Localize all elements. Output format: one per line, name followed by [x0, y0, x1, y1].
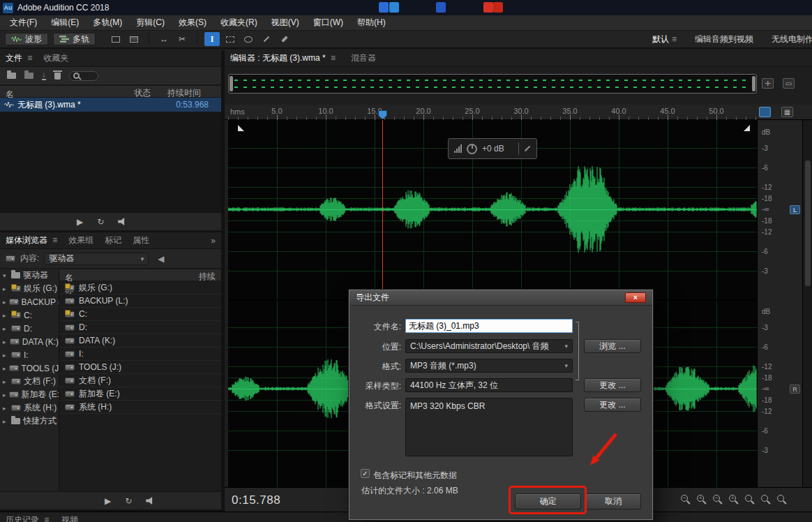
right-channel-badge[interactable]: R — [790, 385, 800, 394]
navigator-right-handle[interactable] — [752, 76, 755, 91]
gain-knob[interactable] — [467, 144, 477, 154]
menu-item-8[interactable]: 帮助(H) — [350, 15, 393, 31]
tab-markers[interactable]: 标记 — [105, 234, 121, 246]
drive-row[interactable]: I: — [59, 348, 221, 361]
tab-video[interactable]: 视频 — [61, 514, 78, 522]
drive-row[interactable]: 文档 (F:) — [59, 374, 221, 387]
pan-hand-icon[interactable]: ✛ — [762, 78, 774, 89]
metronome-icon[interactable] — [759, 107, 771, 117]
change-sample-type-button[interactable]: 更改 ... — [584, 378, 641, 392]
tab-properties[interactable]: 属性 — [133, 234, 149, 246]
loop-icon[interactable]: ↻ — [125, 496, 132, 506]
lasso-selection-tool-icon[interactable] — [241, 32, 256, 46]
zoom-time-in-icon[interactable]: + — [697, 495, 704, 502]
content-dropdown[interactable]: 驱动器 ▾ — [44, 253, 149, 265]
tab-media-browser[interactable]: 媒体浏览器 ≡ — [6, 234, 57, 246]
panel-menu-icon[interactable]: ≡ — [27, 53, 32, 63]
tree-shortcuts-row[interactable]: ▸快捷方式 — [0, 415, 59, 428]
monitor-icon[interactable]: ▦ — [781, 107, 793, 117]
back-arrow-icon[interactable]: ◀ — [158, 254, 164, 264]
search-input[interactable] — [69, 71, 98, 81]
import-file-icon[interactable]: ↓ — [42, 71, 46, 80]
menu-item-3[interactable]: 剪辑(C) — [129, 15, 172, 31]
location-dropdown[interactable]: C:\Users\Administrator\Desktop\ 音频 ▾ — [405, 339, 573, 353]
monitor-icon[interactable] — [108, 32, 123, 46]
timeline-ruler[interactable]: 5.010.015.020.025.030.035.040.045.050.0 … — [225, 105, 812, 120]
workspace-default[interactable]: 默认≡ — [652, 33, 677, 45]
zoom-amplitude-out-icon[interactable] — [745, 495, 752, 502]
menu-item-0[interactable]: 文件(F) — [3, 15, 44, 31]
tab-history[interactable]: 历史记录 ≡ — [6, 514, 49, 522]
navigator-left-handle[interactable] — [230, 76, 233, 91]
panel-menu-icon[interactable]: ≡ — [331, 53, 336, 63]
zoom-amplitude-out-icon[interactable] — [761, 495, 768, 502]
menu-item-1[interactable]: 编辑(E) — [44, 15, 86, 31]
waveform-view-button[interactable]: 波形 — [5, 33, 48, 45]
files-list-empty[interactable] — [0, 112, 221, 212]
tree-drive-row[interactable]: ▸C: — [0, 308, 59, 322]
left-channel-badge[interactable]: L — [790, 205, 800, 214]
drive-row[interactable]: BACKUP (L:) — [59, 294, 221, 308]
speaker-icon[interactable] — [146, 497, 155, 505]
drive-row[interactable]: 系统 (H:) — [59, 401, 221, 414]
tree-drive-row[interactable]: ▸娱乐 (G:) — [0, 282, 59, 295]
filename-input[interactable] — [405, 319, 573, 333]
menu-item-2[interactable]: 多轨(M) — [86, 15, 129, 31]
spectral-display-icon[interactable] — [126, 32, 142, 46]
tree-root-drives[interactable]: ▾驱动器 — [0, 269, 59, 282]
zoom-amplitude-in-icon[interactable]: + — [729, 495, 736, 502]
tree-drive-row[interactable]: ▸系统 (H:) — [0, 401, 59, 415]
trash-icon[interactable] — [54, 73, 61, 80]
drive-row[interactable]: DATA (K:) — [59, 334, 221, 348]
zoom-amplitude-out-icon[interactable]: − — [713, 495, 720, 502]
video-monitor-icon[interactable]: ▭ — [783, 78, 795, 89]
zoom-navigator[interactable] — [228, 74, 757, 94]
workspace-menu-icon[interactable]: ≡ — [672, 34, 677, 44]
tab-favorites[interactable]: 收藏夹 — [43, 52, 68, 64]
play-icon[interactable]: ▶ — [77, 217, 83, 227]
tab-effects-rack[interactable]: 效果组 — [68, 234, 93, 246]
vertical-scrollbar[interactable] — [802, 120, 812, 487]
dialog-titlebar[interactable]: 导出文件 × — [349, 290, 652, 306]
drive-row[interactable]: 新加卷 (E:) — [59, 387, 221, 401]
workspace-radio-production[interactable]: 无线电制作 — [772, 33, 812, 45]
format-dropdown[interactable]: MP3 音频 (*.mp3) ▾ — [405, 359, 573, 373]
slip-tool-icon[interactable]: ↔ — [156, 32, 172, 46]
razor-tool-icon[interactable]: ✂ — [174, 32, 190, 46]
tab-mixer[interactable]: 混音器 — [351, 52, 376, 64]
time-selection-tool-icon[interactable]: I — [204, 32, 220, 46]
drive-row[interactable]: D: — [59, 321, 221, 334]
tree-drive-row[interactable]: ▸BACKUP (L:) — [0, 295, 59, 308]
menu-item-5[interactable]: 收藏夹(R) — [213, 15, 264, 31]
include-metadata-checkbox[interactable]: ✓ — [361, 469, 370, 478]
dialog-close-button[interactable]: × — [625, 292, 646, 303]
spot-healing-tool-icon[interactable] — [277, 32, 292, 46]
menu-item-6[interactable]: 视图(V) — [264, 15, 306, 31]
file-row[interactable]: 无标题 (3).wma * 0:53.968 — [0, 98, 221, 112]
tree-drive-row[interactable]: ▸I: — [0, 348, 59, 361]
menu-item-4[interactable]: 效果(S) — [172, 15, 213, 31]
new-folder-icon[interactable] — [24, 73, 33, 79]
col-duration[interactable]: 持续 — [199, 271, 216, 283]
panel-menu-icon[interactable]: ≡ — [44, 515, 49, 522]
scrollbar-handle[interactable] — [805, 161, 811, 286]
gain-value[interactable]: +0 dB — [482, 144, 504, 154]
speaker-icon[interactable] — [118, 218, 127, 225]
tree-drive-row[interactable]: ▸文档 (F:) — [0, 375, 59, 388]
drive-row[interactable]: 娱乐 (G:) — [59, 281, 221, 294]
drive-row[interactable]: TOOLS (J:) — [59, 361, 221, 374]
files-column-headers[interactable]: 名称 ↑ 状态 持续时间 — [0, 85, 221, 98]
play-icon[interactable]: ▶ — [105, 496, 111, 506]
drive-row[interactable]: C: — [59, 308, 221, 321]
marquee-selection-tool-icon[interactable] — [223, 32, 238, 46]
multitrack-view-button[interactable]: 多轨 — [53, 33, 96, 45]
tree-drive-row[interactable]: ▸TOOLS (J:) — [0, 361, 59, 375]
browse-button[interactable]: 浏览 ... — [584, 339, 641, 353]
tree-drive-row[interactable]: ▸新加卷 (E:) — [0, 388, 59, 401]
media-column-headers[interactable]: 名称 ↑ 持续 — [59, 269, 221, 281]
cancel-button[interactable]: 取消 — [585, 493, 641, 509]
tab-files[interactable]: 文件 ≡ — [6, 52, 32, 64]
tab-editor[interactable]: 编辑器 : 无标题 (3).wma * ≡ — [230, 52, 336, 64]
zoom-amplitude-out-icon[interactable] — [777, 495, 784, 502]
loop-icon[interactable]: ↻ — [97, 217, 104, 227]
